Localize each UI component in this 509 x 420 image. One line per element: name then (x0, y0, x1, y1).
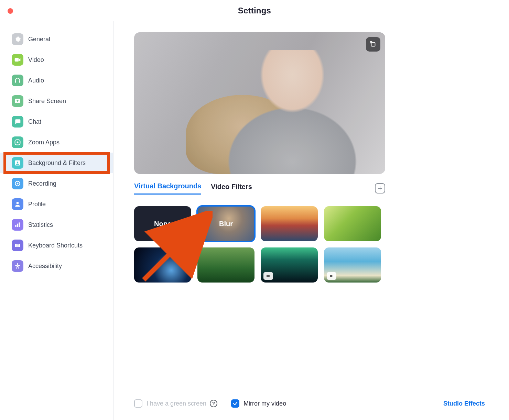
gear-icon (12, 33, 23, 45)
background-grid: None Blur (134, 206, 385, 283)
background-icon (12, 157, 23, 169)
sidebar-item-label: Share Screen (28, 98, 66, 105)
tab-virtual-backgrounds[interactable]: Virtual Backgrounds (134, 182, 201, 195)
sidebar-item-general[interactable]: General (0, 29, 113, 49)
window-close-dot[interactable] (8, 8, 13, 14)
sidebar-item-label: Statistics (28, 221, 53, 229)
sidebar-item-share-screen[interactable]: Share Screen (0, 91, 113, 111)
sidebar-item-label: Zoom Apps (28, 139, 59, 146)
sidebar-item-audio[interactable]: Audio (0, 70, 113, 91)
sidebar-item-label: Keyboard Shortcuts (28, 242, 83, 249)
green-screen-label: I have a green screen (147, 400, 206, 407)
sidebar-item-keyboard-shortcuts[interactable]: Keyboard Shortcuts (0, 235, 113, 256)
recording-icon (12, 178, 23, 189)
sidebar-item-zoom-apps[interactable]: Zoom Apps (0, 132, 113, 153)
help-icon[interactable]: ? (210, 400, 217, 407)
video-preview (134, 32, 385, 174)
sidebar-item-label: Chat (28, 118, 41, 125)
plus-icon (377, 185, 383, 191)
svg-point-15 (17, 263, 18, 265)
video-badge-icon (263, 272, 273, 280)
apps-icon (12, 136, 23, 148)
check-icon (232, 401, 238, 406)
chat-icon (12, 116, 23, 128)
profile-icon (12, 198, 23, 210)
bg-tile-earth[interactable] (134, 247, 191, 283)
svg-rect-7 (15, 225, 16, 227)
sidebar-item-recording[interactable]: Recording (0, 173, 113, 194)
statistics-icon (12, 219, 23, 231)
add-background-button[interactable] (375, 183, 385, 194)
sidebar-item-profile[interactable]: Profile (0, 194, 113, 214)
svg-point-1 (17, 142, 19, 143)
mirror-video-label: Mirror my video (243, 400, 286, 407)
footer: I have a green screen ? Mirror my video … (134, 399, 485, 408)
sidebar-item-label: Video (28, 56, 44, 64)
svg-point-3 (17, 162, 18, 163)
sidebar-item-label: Recording (28, 180, 56, 187)
rotate-icon (369, 41, 377, 48)
mirror-video-checkbox[interactable] (231, 399, 239, 408)
rotate-camera-button[interactable] (366, 37, 380, 52)
accessibility-icon (12, 260, 23, 272)
sidebar-item-label: Accessibility (28, 263, 62, 270)
video-badge-icon (327, 272, 336, 280)
svg-rect-16 (371, 43, 375, 46)
sidebar-item-label: General (28, 36, 50, 43)
bg-tile-none[interactable]: None (134, 206, 191, 241)
share-screen-icon (12, 95, 23, 107)
bg-tile-bridge[interactable] (261, 206, 318, 241)
svg-rect-9 (19, 222, 20, 227)
bg-tile-beach[interactable] (324, 247, 381, 283)
svg-rect-10 (15, 244, 20, 247)
sidebar: General Video Audio Share Screen Chat (0, 21, 113, 420)
bg-tile-blur[interactable]: Blur (197, 206, 254, 241)
svg-rect-8 (17, 224, 18, 227)
headphones-icon (12, 75, 23, 86)
sidebar-item-label: Background & Filters (28, 159, 86, 167)
svg-rect-12 (17, 245, 18, 245)
sidebar-item-chat[interactable]: Chat (0, 111, 113, 132)
bg-tile-grass[interactable] (324, 206, 381, 241)
main-panel: Virtual Backgrounds Video Filters None B… (113, 21, 509, 420)
sidebar-item-accessibility[interactable]: Accessibility (0, 256, 113, 276)
bg-tile-jungle[interactable] (197, 247, 254, 283)
green-screen-checkbox[interactable] (134, 399, 142, 408)
svg-point-5 (17, 183, 19, 185)
svg-rect-11 (16, 245, 17, 245)
tabs: Virtual Backgrounds Video Filters (134, 182, 385, 195)
svg-rect-14 (16, 246, 19, 246)
svg-rect-13 (18, 245, 19, 245)
video-icon (12, 54, 23, 66)
sidebar-item-statistics[interactable]: Statistics (0, 214, 113, 235)
sidebar-item-background-filters[interactable]: Background & Filters (0, 153, 113, 173)
sidebar-item-label: Profile (28, 201, 46, 208)
preview-person (220, 50, 365, 174)
tile-label: None (154, 220, 171, 228)
studio-effects-link[interactable]: Studio Effects (443, 400, 485, 407)
tile-label: Blur (219, 220, 233, 228)
sidebar-item-label: Audio (28, 77, 44, 84)
tab-video-filters[interactable]: Video Filters (211, 183, 252, 194)
keyboard-icon (12, 240, 23, 251)
titlebar: Settings (0, 0, 509, 21)
sidebar-item-video[interactable]: Video (0, 49, 113, 70)
svg-point-6 (17, 202, 19, 204)
bg-tile-aurora[interactable] (261, 247, 318, 283)
window-title: Settings (238, 6, 271, 15)
